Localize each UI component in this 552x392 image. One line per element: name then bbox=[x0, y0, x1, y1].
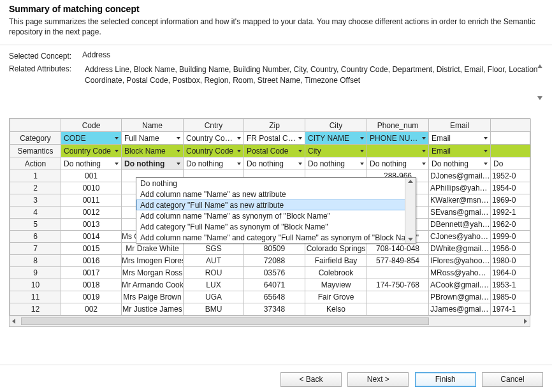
cell-zip: 03576 bbox=[244, 267, 305, 279]
semantics-city[interactable]: City bbox=[305, 145, 367, 157]
row-number: 1 bbox=[10, 170, 61, 182]
scroll-right-icon bbox=[524, 319, 527, 324]
cell-email: DWhite@gmail.c... bbox=[429, 243, 491, 255]
scroll-up-icon bbox=[408, 180, 413, 183]
category-label: Category bbox=[20, 134, 51, 143]
dropdown-icon bbox=[360, 163, 364, 165]
scroll-thumb[interactable] bbox=[21, 317, 429, 325]
action-name[interactable]: Do nothing bbox=[122, 157, 183, 170]
page-title: Summary of matching concept bbox=[9, 4, 543, 14]
action-extra[interactable]: Do bbox=[491, 157, 530, 170]
cell-zip: 80509 bbox=[244, 243, 305, 255]
dropdown-icon bbox=[422, 163, 426, 165]
menu-item[interactable]: Add column name "Name" as new attribute bbox=[136, 189, 416, 200]
cell-city: Fairfield Bay bbox=[305, 255, 367, 267]
semantics-code[interactable]: Country Code bbox=[61, 145, 121, 157]
category-name[interactable]: Full Name bbox=[122, 132, 183, 144]
cell-email: ACook@gmail.com bbox=[429, 279, 491, 291]
action-dropdown-menu[interactable]: Do nothingAdd column name "Name" as new … bbox=[136, 177, 416, 243]
cell-cntry: AUT bbox=[184, 255, 244, 267]
cell-email: MRoss@yahoo.c... bbox=[429, 267, 491, 279]
category-email[interactable]: Email bbox=[429, 132, 490, 144]
action-row: Action Do nothing Do nothing Do nothing … bbox=[10, 157, 531, 170]
cell-cntry: UGA bbox=[184, 291, 244, 303]
menu-item[interactable]: Do nothing bbox=[136, 178, 416, 189]
dropdown-icon bbox=[115, 163, 119, 165]
category-zip[interactable]: FR Postal Code bbox=[244, 132, 305, 144]
cell-email: APhillips@yaho... bbox=[429, 182, 491, 194]
finish-button[interactable]: Finish bbox=[415, 372, 476, 387]
cell-cntry: LUX bbox=[184, 279, 244, 291]
col-email: Email bbox=[450, 121, 469, 130]
cell-code: 0018 bbox=[61, 279, 122, 291]
menu-item[interactable]: Add column name "Name" and category "Ful… bbox=[136, 232, 416, 243]
cell-phone: 708-140-048 bbox=[367, 243, 429, 255]
cell-phone bbox=[367, 267, 429, 279]
dropdown-icon bbox=[177, 163, 180, 165]
cell-city: Fair Grove bbox=[305, 291, 367, 303]
semantics-phone[interactable] bbox=[367, 145, 428, 157]
col-name: Name bbox=[142, 121, 163, 130]
menu-item[interactable]: Add category "Full Name" as new attribut… bbox=[136, 200, 416, 210]
row-number: 4 bbox=[10, 207, 61, 219]
action-email[interactable]: Do nothing bbox=[429, 157, 490, 170]
related-attributes-label: Related Attributes: bbox=[9, 63, 82, 101]
semantics-zip[interactable]: Postal Code bbox=[244, 145, 305, 157]
cell-code: 0013 bbox=[61, 219, 122, 231]
back-button[interactable]: < Back bbox=[280, 372, 342, 387]
cell-city: Colebrook bbox=[305, 267, 367, 279]
category-code[interactable]: CODE bbox=[61, 132, 121, 144]
cell-extra: 1952-0 bbox=[491, 170, 531, 182]
grid-horizontal-scrollbar[interactable] bbox=[10, 316, 530, 326]
cell-phone bbox=[367, 291, 429, 303]
menu-item[interactable]: Add column name "Name" as synonym of "Bl… bbox=[136, 210, 416, 221]
cell-email: SEvans@gmail.com bbox=[429, 207, 491, 219]
table-row: 110019Mrs Paige BrownUGA65648Fair GroveP… bbox=[10, 291, 531, 303]
scroll-left-icon bbox=[12, 319, 15, 324]
semantics-name[interactable]: Block Name bbox=[122, 145, 183, 157]
cell-email: DJones@gmail.c... bbox=[429, 170, 491, 182]
dropdown-icon bbox=[115, 150, 119, 152]
dropdown-icon bbox=[422, 150, 426, 152]
cell-email: IFlores@yahoo.c... bbox=[429, 255, 491, 267]
cell-city: Mayview bbox=[305, 279, 367, 291]
action-phone[interactable]: Do nothing bbox=[367, 157, 428, 170]
col-phone: Phone_num bbox=[377, 121, 419, 130]
cell-name: Mrs Morgan Ross bbox=[122, 267, 184, 279]
action-city[interactable]: Do nothing bbox=[305, 157, 367, 170]
cell-zip: 64071 bbox=[244, 279, 305, 291]
dropdown-icon bbox=[298, 150, 302, 152]
row-number: 3 bbox=[10, 194, 61, 207]
table-row: 80016Mrs Imogen FloresAUT72088Fairfield … bbox=[10, 255, 531, 267]
category-cntry[interactable]: Country Code I... bbox=[184, 132, 243, 144]
cell-zip: 72088 bbox=[244, 255, 305, 267]
cell-extra: 1969-0 bbox=[491, 194, 531, 207]
row-number: 11 bbox=[10, 291, 61, 303]
category-city[interactable]: CITY NAME bbox=[305, 132, 367, 144]
cell-zip: 65648 bbox=[244, 291, 305, 303]
dropdown-icon bbox=[422, 137, 426, 140]
dropdown-icon bbox=[360, 137, 364, 140]
dropdown-icon bbox=[237, 137, 241, 140]
action-cntry[interactable]: Do nothing bbox=[184, 157, 243, 170]
semantics-email[interactable]: Email bbox=[429, 145, 490, 157]
next-button[interactable]: Next > bbox=[347, 372, 409, 387]
dropdown-icon bbox=[298, 137, 302, 140]
action-code[interactable]: Do nothing bbox=[61, 157, 121, 170]
action-zip[interactable]: Do nothing bbox=[244, 157, 305, 170]
menu-scrollbar[interactable] bbox=[405, 178, 416, 243]
row-number: 10 bbox=[10, 279, 61, 291]
category-phone[interactable]: PHONE NUMBER bbox=[367, 132, 428, 144]
semantics-cntry[interactable]: Country Code bbox=[184, 145, 243, 157]
row-number: 2 bbox=[10, 182, 61, 194]
cell-code: 0011 bbox=[61, 194, 122, 207]
textbox-scrollbar[interactable] bbox=[537, 63, 543, 101]
table-row: 12002Mr Justice JamesBMU37348KelsoJJames… bbox=[10, 303, 531, 316]
cell-name: Mr Justice James bbox=[122, 303, 184, 316]
cell-email: PBrown@gmail.c... bbox=[429, 291, 491, 303]
cell-code: 001 bbox=[61, 170, 122, 182]
menu-item[interactable]: Add category "Full Name" as synonym of "… bbox=[136, 221, 416, 232]
footer-separator bbox=[0, 365, 552, 365]
cell-extra: 1999-0 bbox=[491, 231, 531, 243]
cancel-button[interactable]: Cancel bbox=[482, 372, 543, 387]
